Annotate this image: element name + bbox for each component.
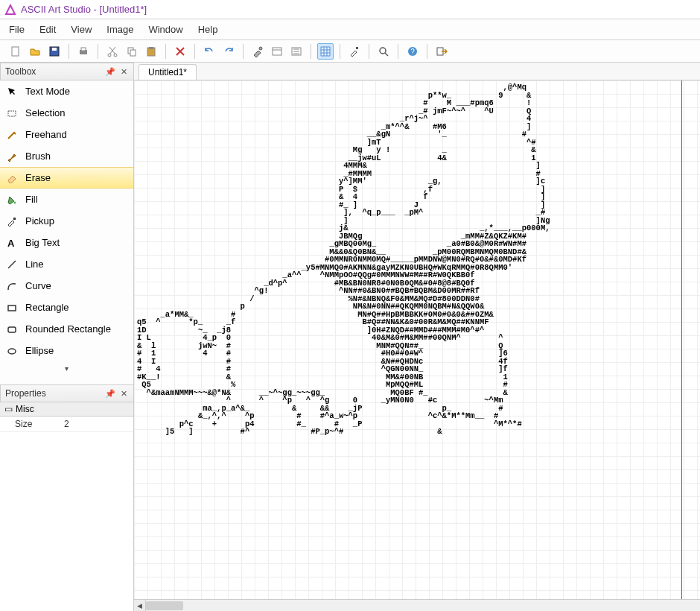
svg-rect-24: [8, 327, 16, 332]
menu-view[interactable]: View: [71, 24, 92, 35]
svg-point-20: [14, 201, 16, 203]
roundrect-icon: [6, 323, 18, 335]
collapse-icon: ▭: [4, 404, 13, 414]
cut-icon[interactable]: [104, 43, 121, 60]
menu-window[interactable]: Window: [148, 24, 182, 35]
toolbar-separator: [194, 44, 195, 59]
menu-help[interactable]: Help: [198, 24, 218, 35]
tool-label: Text Mode: [25, 86, 70, 97]
menu-file[interactable]: File: [9, 24, 25, 35]
toolbar-separator: [243, 44, 244, 59]
ellipse-icon: [6, 345, 18, 357]
scroll-track[interactable]: [146, 600, 700, 612]
property-value[interactable]: 2: [60, 417, 133, 431]
erase-icon: [6, 172, 18, 184]
svg-rect-4: [81, 48, 86, 51]
tool-rectangle[interactable]: Rectangle: [0, 297, 133, 318]
toolbar-separator: [165, 44, 166, 59]
left-column: Toolbox 📌 ✕ Text ModeSelectionFreehandBr…: [0, 63, 134, 611]
property-row[interactable]: Size 2: [0, 417, 133, 432]
tools-icon[interactable]: [249, 43, 266, 60]
menu-image[interactable]: Image: [106, 24, 133, 35]
tool-pickup[interactable]: Pickup: [0, 210, 133, 232]
document-tab[interactable]: Untitled1*: [139, 64, 197, 80]
tool-erase[interactable]: Erase: [0, 167, 133, 189]
toolbar-separator: [340, 44, 340, 59]
svg-rect-10: [149, 47, 153, 49]
properties-group[interactable]: ▭ Misc: [0, 402, 133, 417]
tool-curve[interactable]: Curve: [0, 275, 133, 297]
pin-icon[interactable]: 📌: [105, 388, 115, 399]
pointer-icon: [6, 86, 18, 98]
eyedropper-icon[interactable]: [346, 43, 363, 60]
help-icon[interactable]: ?: [404, 43, 421, 60]
close-icon[interactable]: ✕: [118, 66, 129, 77]
options-icon[interactable]: [269, 43, 285, 60]
tool-label: Big Text: [25, 237, 60, 248]
tool-label: Rounded Rectangle: [25, 323, 111, 335]
exit-icon[interactable]: [433, 43, 450, 60]
tool-label: Curve: [25, 280, 51, 291]
horizontal-scrollbar[interactable]: ◀: [134, 599, 700, 611]
svg-text:A: A: [7, 238, 15, 248]
svg-rect-8: [130, 50, 136, 56]
redo-icon[interactable]: [220, 43, 237, 60]
svg-text:?: ?: [410, 48, 415, 56]
toolbar: ?: [0, 40, 700, 63]
tool-label: Brush: [25, 151, 51, 162]
tool-ellipse[interactable]: Ellipse: [0, 340, 133, 361]
paste-icon[interactable]: [143, 43, 159, 60]
undo-icon[interactable]: [201, 43, 217, 60]
bigtext-icon: A: [6, 237, 18, 249]
selection-icon: [6, 107, 18, 119]
margin-ruler: [681, 80, 682, 599]
toolbar-separator: [69, 44, 69, 59]
menu-edit[interactable]: Edit: [39, 24, 56, 35]
tool-label: Freehand: [25, 129, 67, 140]
fill-icon: [6, 194, 18, 206]
tool-label: Line: [25, 259, 44, 270]
svg-rect-23: [8, 306, 16, 311]
line-icon: [6, 259, 18, 270]
zoom-icon[interactable]: [375, 43, 392, 60]
canvas[interactable]: ,@^Mq p**w_ 9 & # M ___#pmq6 !: [134, 80, 700, 599]
scroll-thumb[interactable]: [146, 601, 183, 610]
svg-rect-2: [52, 48, 57, 51]
layers-icon[interactable]: [288, 43, 305, 60]
save-icon[interactable]: [46, 43, 63, 60]
svg-rect-21: [13, 218, 16, 220]
app-logo-icon: [4, 4, 16, 16]
tool-rounded-rectangle[interactable]: Rounded Rectangle: [0, 318, 133, 340]
ascii-content: ,@^Mq p**w_ 9 & # M ___#pmq6 !: [137, 83, 550, 436]
close-icon[interactable]: ✕: [118, 388, 129, 399]
tool-selection[interactable]: Selection: [0, 102, 133, 124]
svg-point-25: [8, 349, 16, 354]
toolbox-expand-icon[interactable]: ▾: [0, 361, 133, 376]
freehand-icon: [6, 129, 18, 141]
svg-point-15: [380, 48, 386, 54]
brush-icon: [6, 151, 18, 162]
tool-brush[interactable]: Brush: [0, 145, 133, 167]
new-icon[interactable]: [7, 43, 24, 60]
tool-label: Pickup: [25, 215, 54, 227]
tool-text-mode[interactable]: Text Mode: [0, 80, 133, 102]
tool-line[interactable]: Line: [0, 253, 133, 275]
grid-icon[interactable]: [317, 43, 334, 60]
svg-rect-14: [356, 47, 358, 49]
toolbox-header: Toolbox 📌 ✕: [0, 63, 134, 80]
copy-icon[interactable]: [124, 43, 140, 60]
tool-fill[interactable]: Fill: [0, 189, 133, 210]
tool-big-text[interactable]: ABig Text: [0, 232, 133, 253]
svg-rect-12: [273, 48, 281, 55]
open-icon[interactable]: [27, 43, 43, 60]
window-title: ASCII Art Studio - [Untitled1*]: [21, 4, 147, 15]
print-icon[interactable]: [75, 43, 92, 60]
toolbar-separator: [98, 44, 98, 59]
tool-freehand[interactable]: Freehand: [0, 124, 133, 145]
pin-icon[interactable]: 📌: [105, 66, 115, 77]
delete-icon[interactable]: [172, 43, 188, 60]
properties-title: Properties: [5, 388, 46, 399]
toolbar-separator: [398, 44, 398, 59]
scroll-left-icon[interactable]: ◀: [134, 600, 146, 612]
properties-header: Properties 📌 ✕: [0, 384, 134, 402]
